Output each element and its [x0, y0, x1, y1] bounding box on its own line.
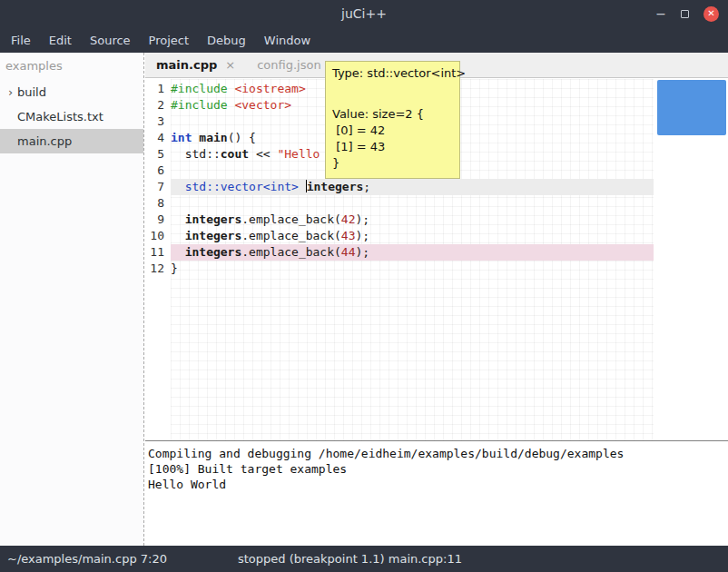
code-token: .emplace_back(: [241, 245, 341, 259]
code-token: integers: [185, 245, 242, 259]
line-number[interactable]: 4: [145, 130, 171, 146]
output-line: Compiling and debugging /home/eidheim/ex…: [148, 446, 725, 461]
code-token: int: [171, 131, 192, 144]
app-window: juCi++ − ✕ FileEditSourceProjectDebugWin…: [0, 0, 728, 572]
expander-icon[interactable]: ›: [4, 85, 17, 99]
line-number[interactable]: 12: [145, 261, 171, 277]
line-number[interactable]: 7: [145, 179, 171, 195]
minimize-button[interactable]: −: [655, 7, 666, 20]
code-token: [171, 212, 185, 226]
code-token: .emplace_back(: [241, 229, 341, 242]
sidebar-item-build[interactable]: ›build: [0, 80, 143, 104]
code-token: );: [356, 229, 370, 242]
code-line-10[interactable]: integers.emplace_back(43);: [171, 228, 654, 244]
menu-item-debug[interactable]: Debug: [198, 29, 255, 52]
code-token: [171, 229, 185, 242]
code-token: <iostream>: [234, 82, 305, 95]
menu-item-project[interactable]: Project: [140, 29, 198, 52]
status-debug-state: stopped (breakpoint 1.1) main.cpp:11: [238, 552, 462, 566]
line-number[interactable]: 2: [145, 97, 171, 113]
code-token: );: [356, 212, 370, 226]
close-icon[interactable]: ×: [225, 58, 235, 72]
sidebar-item-cmakelists-txt[interactable]: CMakeLists.txt: [0, 104, 143, 129]
line-number[interactable]: 8: [145, 195, 171, 212]
code-line-12[interactable]: }: [171, 261, 654, 277]
tooltip-value-line: [1] = 43: [332, 139, 453, 155]
code-line-8[interactable]: [171, 195, 654, 212]
code-token: 42: [341, 212, 356, 226]
code-token: [171, 245, 185, 259]
tab-main-cpp[interactable]: main.cpp×: [145, 53, 246, 78]
close-icon: ✕: [707, 9, 714, 18]
tab-label: config.json: [257, 58, 321, 72]
code-token: <<: [249, 147, 277, 161]
window-controls: − ✕: [655, 0, 719, 27]
code-token: 43: [341, 229, 356, 242]
menu-item-file[interactable]: File: [2, 29, 40, 52]
scrollbar-thumb[interactable]: [657, 80, 726, 135]
menu-item-window[interactable]: Window: [255, 29, 320, 52]
file-name: main.cpp: [17, 134, 72, 148]
code-token: main: [199, 131, 227, 144]
line-number[interactable]: 1: [145, 81, 171, 97]
code-token: integers: [185, 212, 242, 226]
window-title: juCi++: [341, 6, 387, 21]
code-token: <vector>: [234, 98, 291, 112]
debug-tooltip: Type: std::vector<int> Value: size=2 { […: [325, 61, 460, 179]
line-number[interactable]: 10: [145, 228, 171, 244]
code-token: cout: [221, 147, 249, 161]
output-line: [100%] Built target examples: [148, 461, 725, 477]
file-name: build: [17, 85, 46, 99]
code-token: 44: [341, 245, 356, 259]
code-token: .emplace_back(: [241, 212, 341, 226]
close-button[interactable]: ✕: [703, 6, 719, 22]
code-token: [171, 180, 185, 193]
file-list: ›buildCMakeLists.txtmain.cpp: [0, 80, 143, 153]
menu-bar: FileEditSourceProjectDebugWindow: [0, 27, 728, 53]
file-explorer: examples ›buildCMakeLists.txtmain.cpp: [0, 53, 144, 546]
code-token: ;: [363, 180, 370, 193]
code-line-7[interactable]: std::vector<int> integers;: [171, 179, 654, 195]
line-number[interactable]: 6: [145, 163, 171, 179]
maximize-icon: [681, 10, 689, 18]
code-token: integers: [307, 180, 364, 193]
line-number[interactable]: 3: [145, 113, 171, 130]
code-token: std::: [171, 147, 221, 161]
title-bar[interactable]: juCi++ − ✕: [0, 0, 728, 27]
code-token: #include: [171, 82, 228, 95]
output-panel[interactable]: Compiling and debugging /home/eidheim/ex…: [145, 440, 728, 546]
code-token: );: [356, 245, 370, 259]
code-token: #include: [171, 98, 228, 112]
file-name: CMakeLists.txt: [17, 110, 103, 123]
code-line-11[interactable]: integers.emplace_back(44);: [171, 244, 654, 261]
code-token: [299, 180, 306, 193]
code-token: }: [171, 261, 178, 275]
project-name: examples: [0, 53, 143, 80]
maximize-button[interactable]: [681, 7, 689, 20]
code-token: () {: [228, 131, 256, 144]
sidebar-item-main-cpp[interactable]: main.cpp: [0, 129, 143, 153]
line-number[interactable]: 5: [145, 146, 171, 163]
code-token: std::vector<int>: [185, 180, 299, 193]
menu-item-source[interactable]: Source: [81, 29, 140, 52]
tooltip-value-block: Value: size=2 { [0] = 42 [1] = 43}: [332, 106, 453, 172]
tooltip-value-line: Value: size=2 {: [332, 106, 453, 123]
status-file-position: ~/examples/main.cpp 7:20: [7, 552, 167, 566]
code-line-9[interactable]: integers.emplace_back(42);: [171, 212, 654, 228]
tooltip-value-line: }: [332, 155, 453, 172]
output-line: Hello World: [148, 477, 725, 492]
code-token: integers: [185, 229, 242, 242]
tooltip-type-line: Type: std::vector<int>: [332, 65, 453, 81]
gutter: 123456789101112: [145, 79, 171, 440]
menu-item-edit[interactable]: Edit: [40, 29, 81, 52]
line-number[interactable]: 9: [145, 212, 171, 228]
tooltip-value-line: [0] = 42: [332, 123, 453, 139]
tab-label: main.cpp: [156, 58, 217, 72]
line-number[interactable]: 11: [145, 244, 171, 261]
status-bar: ~/examples/main.cpp 7:20 stopped (breakp…: [0, 546, 728, 572]
